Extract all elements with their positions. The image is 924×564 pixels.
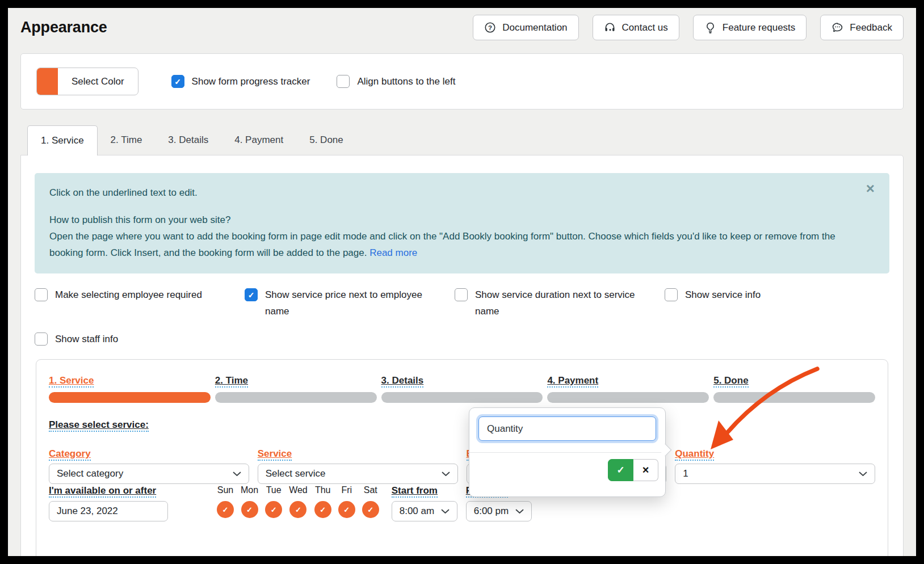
feedback-button[interactable]: Feedback xyxy=(820,15,904,40)
show-service-price-checkbox[interactable]: ✓ xyxy=(245,288,258,301)
check-icon: ✓ xyxy=(271,506,277,514)
show-staff-info-option[interactable]: ✓ Show staff info xyxy=(35,331,889,347)
progress-bar-time xyxy=(215,392,377,403)
show-service-duration-checkbox[interactable]: ✓ xyxy=(455,288,468,301)
confirm-button[interactable]: ✓ xyxy=(608,459,633,481)
weekday-mon: Mon ✓ xyxy=(241,485,258,518)
tab-details-label: 3. Details xyxy=(168,134,208,146)
tab-done[interactable]: 5. Done xyxy=(296,125,356,155)
check-icon: ✓ xyxy=(248,291,255,299)
service-label[interactable]: Service xyxy=(258,448,292,461)
step-time-label[interactable]: 2. Time xyxy=(215,375,248,388)
quantity-label[interactable]: Quantity xyxy=(675,448,714,461)
progress-step-details: 3. Details xyxy=(381,375,543,403)
chevron-down-icon xyxy=(859,472,867,477)
notice-body: How to publish this form on your web sit… xyxy=(49,212,850,261)
weekday-thu-toggle[interactable]: ✓ xyxy=(314,501,331,518)
require-employee-label[interactable]: Make selecting employee required xyxy=(55,287,202,303)
finish-by-value: 6:00 pm xyxy=(474,506,509,517)
start-from-label[interactable]: Start from xyxy=(392,485,438,498)
service-field: Service Select service xyxy=(258,448,458,484)
weekday-thu-label: Thu xyxy=(315,485,331,495)
service-select-value: Select service xyxy=(266,468,326,479)
tab-details[interactable]: 3. Details xyxy=(155,125,221,155)
availability-date-column: I'm available on or after June 23, 2022 xyxy=(49,485,181,521)
progress-tracker: 1. Service 2. Time 3. Details 4. Payment… xyxy=(49,375,875,403)
start-from-column: Start from 8:00 am xyxy=(392,485,457,521)
service-tab-panel: × Click on the underlined text to edit. … xyxy=(20,155,904,556)
show-service-info-label[interactable]: Show service info xyxy=(685,287,761,303)
headset-icon xyxy=(604,22,616,33)
weekday-fri-toggle[interactable]: ✓ xyxy=(338,501,355,518)
show-service-duration-option[interactable]: ✓ Show service duration next to service … xyxy=(455,287,665,319)
contact-us-button[interactable]: Contact us xyxy=(593,15,679,40)
show-staff-info-label[interactable]: Show staff info xyxy=(55,331,118,347)
cancel-button[interactable]: × xyxy=(633,459,658,481)
weekday-sun-toggle[interactable]: ✓ xyxy=(217,501,234,518)
color-swatch[interactable] xyxy=(37,68,58,95)
chevron-down-icon xyxy=(441,509,450,514)
progress-step-service: 1. Service xyxy=(49,375,211,403)
check-icon: ✓ xyxy=(343,506,350,514)
select-color-button[interactable]: Select Color xyxy=(36,68,138,95)
show-progress-tracker-label[interactable]: Show form progress tracker xyxy=(192,73,310,90)
category-select[interactable]: Select category xyxy=(49,464,249,484)
require-employee-checkbox[interactable]: ✓ xyxy=(35,288,48,301)
show-service-info-checkbox[interactable]: ✓ xyxy=(665,288,678,301)
weekday-sat-label: Sat xyxy=(364,485,377,495)
tab-time-label: 2. Time xyxy=(111,134,142,146)
align-buttons-left-option[interactable]: ✓ Align buttons to the left xyxy=(337,73,455,90)
weekday-wed-toggle[interactable]: ✓ xyxy=(289,501,306,518)
date-input[interactable]: June 23, 2022 xyxy=(49,501,168,521)
lightbulb-icon xyxy=(704,22,716,33)
tab-payment-label: 4. Payment xyxy=(234,134,283,146)
show-service-price-label[interactable]: Show service price next to employee name xyxy=(265,287,435,319)
close-icon[interactable]: × xyxy=(866,181,875,196)
read-more-link[interactable]: Read more xyxy=(369,247,417,258)
show-progress-tracker-checkbox[interactable]: ✓ xyxy=(171,75,184,88)
tab-done-label: 5. Done xyxy=(309,134,343,146)
staff-info-row: ✓ Show staff info xyxy=(21,331,903,347)
top-bar-buttons: ? Documentation Contact us xyxy=(473,15,904,40)
select-color-label: Select Color xyxy=(58,68,138,95)
chevron-down-icon xyxy=(515,509,524,514)
label-edit-input[interactable]: Quantity xyxy=(478,416,656,441)
progress-bar-details xyxy=(381,392,543,403)
show-service-info-option[interactable]: ✓ Show service info xyxy=(665,287,889,319)
check-icon: ✓ xyxy=(295,506,301,514)
show-service-duration-label[interactable]: Show service duration next to service na… xyxy=(475,287,645,319)
step-service-label[interactable]: 1. Service xyxy=(49,375,94,388)
available-on-label[interactable]: I'm available on or after xyxy=(49,485,156,498)
service-select[interactable]: Select service xyxy=(258,464,458,484)
documentation-button[interactable]: ? Documentation xyxy=(473,15,578,40)
require-employee-option[interactable]: ✓ Make selecting employee required xyxy=(35,287,245,319)
check-icon: ✓ xyxy=(174,78,181,86)
top-bar: Appearance ? Documentation Contact us xyxy=(8,8,916,40)
category-select-value: Select category xyxy=(57,468,123,479)
step-done-label[interactable]: 5. Done xyxy=(713,375,748,388)
tab-payment[interactable]: 4. Payment xyxy=(221,125,296,155)
show-progress-tracker-option[interactable]: ✓ Show form progress tracker xyxy=(171,73,310,90)
quantity-select[interactable]: 1 xyxy=(675,464,875,484)
weekday-mon-toggle[interactable]: ✓ xyxy=(241,501,258,518)
select-service-prompt[interactable]: Please select service: xyxy=(49,419,149,432)
tab-service[interactable]: 1. Service xyxy=(27,125,98,155)
category-label[interactable]: Category xyxy=(49,448,91,461)
show-staff-info-checkbox[interactable]: ✓ xyxy=(35,332,48,346)
step-payment-label[interactable]: 4. Payment xyxy=(547,375,598,388)
feature-requests-button[interactable]: Feature requests xyxy=(693,15,807,40)
align-buttons-left-checkbox[interactable]: ✓ xyxy=(337,75,350,88)
progress-bar-done xyxy=(713,392,875,403)
finish-by-select[interactable]: 6:00 pm xyxy=(466,501,532,521)
feature-requests-label: Feature requests xyxy=(723,22,796,33)
notice-intro: Click on the underlined text to edit. xyxy=(49,184,850,201)
step-details-label[interactable]: 3. Details xyxy=(381,375,424,388)
weekday-tue-toggle[interactable]: ✓ xyxy=(265,501,282,518)
tab-time[interactable]: 2. Time xyxy=(98,125,156,155)
weekday-sat-toggle[interactable]: ✓ xyxy=(362,501,379,518)
align-buttons-left-label[interactable]: Align buttons to the left xyxy=(357,73,455,90)
show-service-price-option[interactable]: ✓ Show service price next to employee na… xyxy=(245,287,455,319)
start-from-select[interactable]: 8:00 am xyxy=(392,501,457,521)
help-notice: × Click on the underlined text to edit. … xyxy=(35,173,889,273)
availability-row: I'm available on or after June 23, 2022 … xyxy=(49,485,875,524)
